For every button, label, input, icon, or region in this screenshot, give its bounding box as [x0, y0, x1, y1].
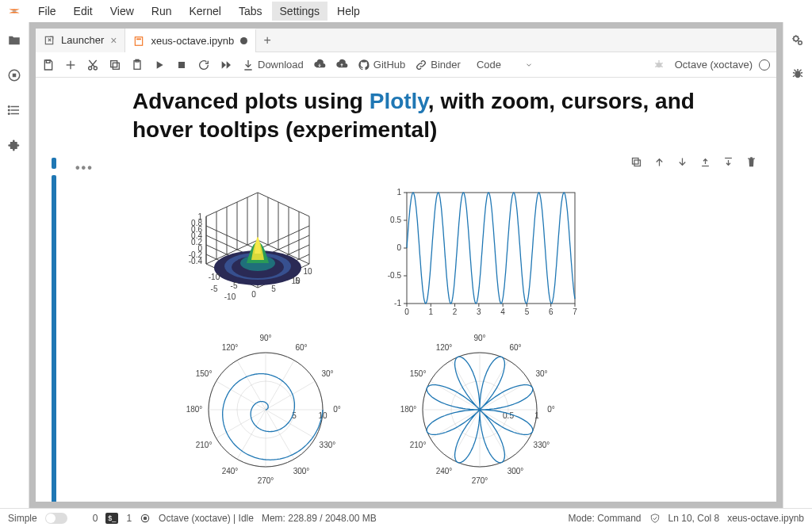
running-icon[interactable]	[7, 68, 21, 82]
restart-icon[interactable]	[197, 59, 210, 71]
bug-icon[interactable]	[653, 59, 665, 71]
status-file[interactable]: xeus-octave.ipynb	[727, 513, 804, 524]
terminal-icon[interactable]: $_	[105, 513, 118, 524]
menu-file[interactable]: File	[30, 2, 64, 21]
svg-line-149	[801, 75, 802, 77]
tab-bar: Launcher × xeus-octave.ipynb +	[36, 29, 776, 52]
svg-line-108	[266, 410, 315, 438]
markdown-heading: Advanced plots using Plotly, with zoom, …	[132, 87, 757, 145]
svg-text:180°: 180°	[400, 405, 417, 414]
status-tabs-count: 0	[93, 513, 98, 524]
copy-icon[interactable]	[109, 59, 121, 71]
cell-toolbar	[630, 156, 757, 168]
cut-icon[interactable]	[86, 59, 99, 71]
svg-text:30°: 30°	[535, 369, 547, 378]
add-cell-icon[interactable]	[64, 59, 77, 71]
svg-text:1: 1	[534, 411, 539, 420]
kernel-indicator[interactable]: Octave (xoctave)	[675, 59, 770, 71]
plot-line-sine[interactable]: 01234567-1-0.500.51	[377, 185, 583, 319]
cell-marker-output[interactable]	[52, 175, 56, 502]
github-icon	[358, 59, 370, 71]
svg-rect-11	[136, 38, 141, 40]
svg-text:120°: 120°	[436, 343, 453, 352]
menu-edit[interactable]: Edit	[66, 2, 101, 21]
celltype-select[interactable]: Code	[470, 57, 539, 72]
svg-line-150	[795, 70, 796, 71]
svg-text:-1: -1	[394, 299, 401, 307]
status-terminals-count: 1	[126, 513, 132, 524]
cloud-up-icon[interactable]	[335, 59, 348, 71]
svg-text:330°: 330°	[320, 441, 336, 449]
menu-help[interactable]: Help	[329, 2, 368, 21]
trust-icon[interactable]	[649, 513, 661, 524]
notebook-toolbar: Download GitHub Binder Code Octave (xoct…	[36, 52, 776, 78]
svg-text:1: 1	[396, 188, 401, 197]
folder-icon[interactable]	[7, 33, 21, 48]
cell-marker-collapsed[interactable]	[52, 158, 56, 169]
insert-below-icon[interactable]	[722, 156, 734, 168]
cloud-down-icon[interactable]	[313, 59, 326, 71]
tab-launcher-close-icon[interactable]: ×	[110, 34, 117, 47]
insert-above-icon[interactable]	[699, 156, 711, 168]
notebook-body[interactable]: Advanced plots using Plotly, with zoom, …	[36, 78, 776, 502]
menu-run[interactable]: Run	[144, 2, 180, 21]
heading-pre: Advanced plots using	[132, 89, 370, 113]
status-kernel[interactable]: Octave (xoctave) | Idle	[159, 513, 254, 524]
jupyter-logo-icon	[6, 3, 22, 19]
download-icon	[242, 59, 255, 71]
download-label: Download	[258, 59, 304, 71]
menu-tabs[interactable]: Tabs	[231, 2, 270, 21]
simple-toggle[interactable]	[45, 513, 67, 524]
plot-polar-spiral[interactable]: 0°30°60°90°120°150°180°210°240°270°300°3…	[163, 330, 369, 489]
svg-line-26	[655, 63, 657, 63]
svg-text:30°: 30°	[321, 369, 333, 378]
download-button[interactable]: Download	[242, 59, 304, 71]
svg-line-90	[266, 360, 294, 409]
tab-launcher[interactable]: Launcher ×	[36, 29, 125, 52]
svg-point-6	[9, 106, 10, 108]
svg-line-146	[793, 73, 795, 74]
menu-settings[interactable]: Settings	[272, 2, 328, 21]
celltype-label: Code	[477, 59, 501, 71]
github-button[interactable]: GitHub	[358, 59, 405, 71]
menu-kernel[interactable]: Kernel	[181, 2, 228, 21]
svg-text:300°: 300°	[508, 467, 524, 475]
svg-rect-31	[633, 158, 639, 164]
paste-icon[interactable]	[131, 59, 144, 71]
plot-polar-rose[interactable]: 0°30°60°90°120°150°180°210°240°270°300°3…	[377, 330, 583, 489]
kernel-sessions-icon[interactable]	[140, 513, 151, 524]
delete-icon[interactable]	[745, 156, 757, 168]
debugger-icon[interactable]	[791, 67, 805, 81]
extension-icon[interactable]	[7, 138, 21, 152]
svg-text:180°: 180°	[186, 405, 203, 414]
link-icon	[415, 59, 427, 71]
svg-text:0: 0	[404, 307, 409, 316]
save-icon[interactable]	[42, 59, 55, 71]
code-cell[interactable]: •••	[45, 158, 757, 489]
collapsed-input-icon[interactable]: •••	[75, 161, 94, 174]
run-icon[interactable]	[153, 59, 166, 71]
tab-notebook-dirty-icon[interactable]	[240, 37, 247, 44]
move-down-icon[interactable]	[676, 156, 688, 168]
fast-forward-icon[interactable]	[220, 59, 232, 71]
svg-text:0°: 0°	[547, 405, 555, 414]
status-mode: Mode: Command	[569, 513, 642, 524]
kernel-status-icon	[759, 59, 770, 71]
menu-view[interactable]: View	[102, 2, 142, 21]
plotly-link[interactable]: Plotly	[370, 89, 428, 113]
svg-text:240°: 240°	[436, 467, 453, 475]
stop-icon[interactable]	[175, 59, 188, 71]
toc-icon[interactable]	[7, 103, 21, 117]
move-up-icon[interactable]	[653, 156, 665, 168]
tab-notebook[interactable]: xeus-octave.ipynb	[125, 29, 256, 52]
plot-3d-surface[interactable]: -0.4-0.20 0.20.40.6 0.81 -10-50510 105 -…	[163, 185, 369, 319]
svg-text:0.5: 0.5	[390, 216, 401, 224]
svg-text:6: 6	[549, 307, 553, 316]
binder-button[interactable]: Binder	[415, 59, 461, 71]
gears-icon[interactable]	[791, 33, 805, 48]
svg-text:60°: 60°	[295, 343, 307, 352]
svg-text:3: 3	[477, 307, 481, 316]
add-tab-button[interactable]: +	[256, 33, 278, 48]
svg-text:150°: 150°	[410, 369, 427, 378]
duplicate-icon[interactable]	[630, 156, 642, 168]
